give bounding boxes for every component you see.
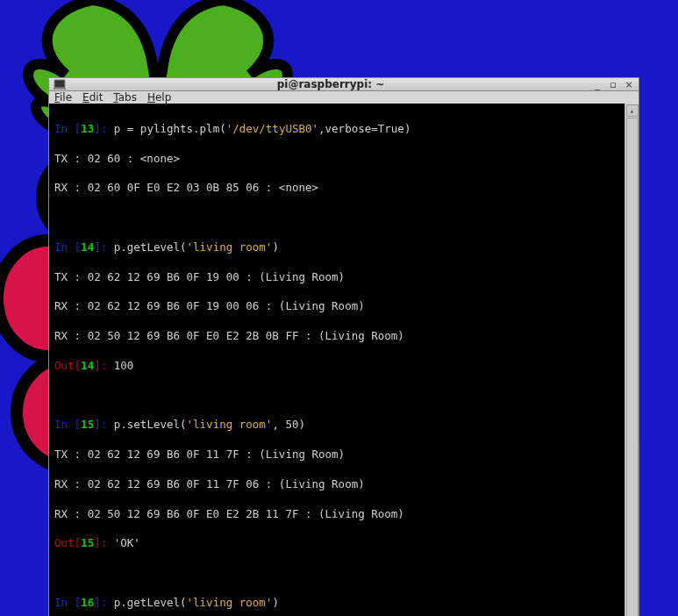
- menu-help[interactable]: Help: [147, 91, 171, 104]
- svg-rect-10: [54, 88, 66, 90]
- maximize-button[interactable]: ▫: [607, 78, 619, 90]
- scroll-thumb[interactable]: [626, 118, 639, 616]
- menu-file[interactable]: File: [54, 91, 72, 104]
- menu-edit[interactable]: Edit: [82, 91, 103, 104]
- menu-tabs[interactable]: Tabs: [113, 91, 137, 104]
- minimize-button[interactable]: _: [591, 78, 603, 90]
- scroll-track[interactable]: [626, 118, 639, 616]
- scrollbar[interactable]: ▴ ▾: [624, 104, 639, 616]
- titlebar[interactable]: pi@raspberrypi: ~ _ ▫ ×: [48, 77, 639, 91]
- close-button[interactable]: ×: [623, 78, 635, 90]
- scroll-up-button[interactable]: ▴: [626, 104, 639, 117]
- svg-rect-9: [54, 80, 65, 88]
- window-title: pi@raspberrypi: ~: [70, 78, 591, 90]
- menubar: File Edit Tabs Help: [48, 91, 639, 104]
- terminal-window: pi@raspberrypi: ~ _ ▫ × File Edit Tabs H…: [48, 77, 639, 442]
- terminal-output[interactable]: In [13]: p = pylights.plm('/dev/ttyUSB0'…: [49, 104, 624, 616]
- app-icon: [53, 78, 67, 90]
